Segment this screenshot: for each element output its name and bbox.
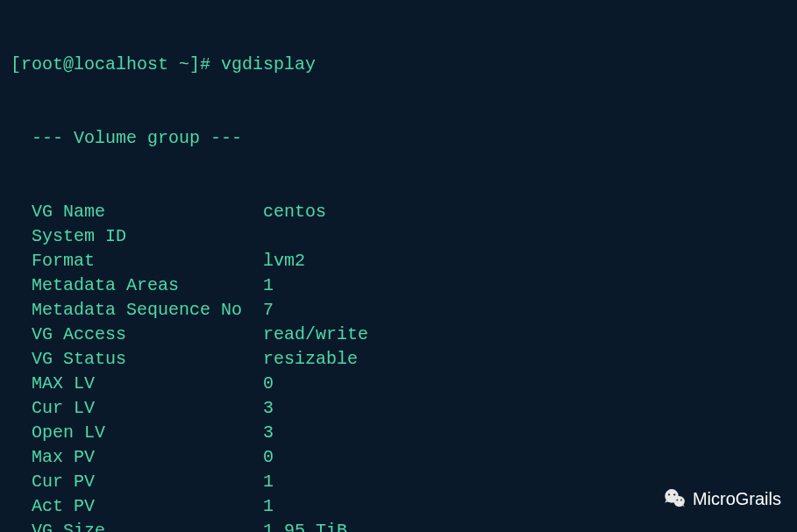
field-label: Cur PV (32, 470, 263, 494)
field-row: VG Size1.95 TiB (11, 519, 786, 532)
svg-point-3 (673, 493, 675, 495)
field-row: Open LV3 (11, 421, 786, 445)
svg-point-5 (680, 500, 682, 501)
field-row: VG Statusresizable (11, 347, 786, 372)
field-label: System ID (32, 224, 263, 249)
field-label: Format (32, 249, 263, 273)
field-row: Max PV0 (11, 445, 786, 470)
field-row: VG Accessread/write (11, 323, 786, 347)
field-value: centos (263, 200, 326, 224)
field-label: Open LV (32, 421, 263, 445)
field-label: Metadata Sequence No (32, 298, 263, 323)
field-value: 1 (263, 470, 274, 494)
field-value: 1.95 TiB (263, 519, 347, 532)
field-value: 0 (263, 372, 274, 396)
shell-prompt: [root@localhost ~]# (11, 54, 221, 74)
field-value: resizable (263, 347, 358, 372)
field-label: Cur LV (32, 396, 263, 421)
field-value: 3 (263, 421, 274, 445)
field-label: VG Status (32, 347, 263, 372)
field-label: VG Name (32, 200, 263, 224)
field-row: Cur LV3 (11, 396, 786, 421)
field-value: 7 (263, 298, 274, 323)
field-value: lvm2 (263, 249, 305, 273)
fields-list: VG NamecentosSystem IDFormatlvm2Metadata… (11, 200, 786, 532)
field-value: 1 (263, 273, 274, 298)
field-row: Formatlvm2 (11, 249, 786, 273)
command-text: vgdisplay (221, 54, 316, 74)
field-label: MAX LV (32, 372, 263, 396)
watermark-text: MicroGrails (693, 486, 781, 511)
field-label: Act PV (32, 494, 263, 519)
field-value: 0 (263, 445, 274, 470)
section-header: --- Volume group --- (11, 126, 786, 151)
svg-point-4 (676, 500, 678, 501)
terminal-output: [root@localhost ~]# vgdisplay --- Volume… (11, 4, 786, 532)
field-value: read/write (263, 323, 368, 347)
field-value: 3 (263, 396, 274, 421)
field-label: VG Size (32, 519, 263, 532)
field-row: Metadata Areas1 (11, 273, 786, 298)
svg-point-2 (668, 493, 670, 495)
field-value: 1 (263, 494, 274, 519)
command-line: [root@localhost ~]# vgdisplay (11, 53, 786, 77)
field-label: Metadata Areas (32, 273, 263, 298)
field-row: System ID (11, 224, 786, 249)
field-label: VG Access (32, 323, 263, 347)
field-row: VG Namecentos (11, 200, 786, 224)
wechat-icon (663, 486, 687, 511)
field-row: Metadata Sequence No7 (11, 298, 786, 323)
field-label: Max PV (32, 445, 263, 470)
watermark: MicroGrails (663, 486, 781, 511)
field-row: MAX LV0 (11, 372, 786, 396)
